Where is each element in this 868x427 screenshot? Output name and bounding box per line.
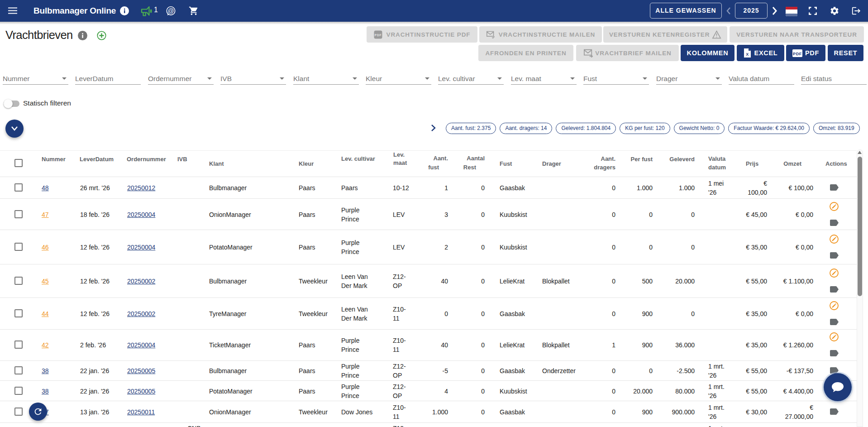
svg-text:PDF: PDF (793, 51, 802, 56)
svg-text:@: @ (167, 7, 174, 14)
svg-text:PDF: PDF (374, 33, 382, 36)
svg-text:X: X (746, 52, 749, 57)
